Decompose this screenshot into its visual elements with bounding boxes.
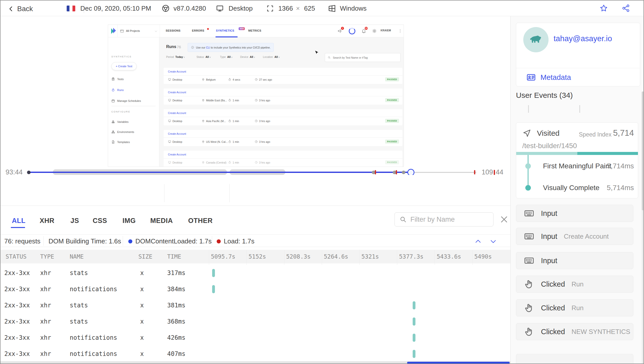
test-search-field[interactable] <box>333 56 396 59</box>
event-item-clicked[interactable]: Clicked NEW SYNTHETICS <box>516 323 633 340</box>
share-icon[interactable] <box>622 4 630 13</box>
test-search-input[interactable] <box>325 53 401 62</box>
event-item-clicked[interactable]: Clicked Run <box>516 276 633 293</box>
user-email-link[interactable]: tahay@asayer.io <box>554 34 612 43</box>
network-request-row[interactable]: 2xx-3xxxhrnotificationsx407ms <box>1 346 510 362</box>
network-request-row[interactable]: 2xx-3xxxhrnotificationsx426ms <box>1 330 510 346</box>
network-filter-input[interactable] <box>394 212 493 226</box>
app-user-name[interactable]: KRAIEM <box>381 29 391 32</box>
sidebar-scrollbar-thumb[interactable] <box>642 92 644 210</box>
create-test-button[interactable]: + Create Test <box>111 62 137 70</box>
sidebar-item-templates[interactable]: Templates <box>111 140 130 144</box>
horizontal-scrollbar-thumb[interactable] <box>407 362 510 364</box>
timeline-error-marker <box>474 170 475 174</box>
sidebar-item-manage-schedules[interactable]: Manage Schedules <box>111 99 141 103</box>
run-card[interactable]: Create Account Desktop Canada (Central) … <box>164 151 402 167</box>
jump-up-icon[interactable] <box>474 238 482 245</box>
request-waterfall-bar <box>212 269 215 277</box>
tab-sessions[interactable]: SESSIONS <box>166 29 181 32</box>
network-request-row[interactable]: 2xx-3xxxhrnotificationsx384ms <box>1 281 510 297</box>
run-name-link[interactable]: Create Account <box>168 70 186 73</box>
stopwatch-icon <box>111 88 115 92</box>
monitor-icon <box>168 140 171 143</box>
search-icon <box>328 56 331 59</box>
timeline-end-marker <box>494 170 495 175</box>
network-request-row[interactable]: 2xx-3xxxhrstatsx317ms <box>1 265 510 281</box>
sidebar-item-tests[interactable]: Tests <box>111 77 124 81</box>
request-waterfall-bar <box>413 317 415 326</box>
cli-link[interactable]: CLI <box>206 46 210 49</box>
stopwatch-icon <box>228 119 231 123</box>
cubes-icon <box>111 120 115 124</box>
net-tab-other[interactable]: OTHER <box>188 217 213 225</box>
visually-complete-dot <box>525 185 531 191</box>
app-top-nav: All Projects SESSIONS ERRORS SYNTHETICS … <box>108 25 404 37</box>
stopwatch-icon <box>228 140 231 143</box>
pin-icon <box>202 78 205 81</box>
project-selector[interactable]: All Projects <box>117 25 160 37</box>
col-t6: 5433.6s <box>437 253 461 260</box>
net-tab-media[interactable]: MEDIA <box>150 217 173 225</box>
network-filter-field[interactable] <box>410 216 486 223</box>
filter-status[interactable]: StatusAll∨ <box>196 55 211 58</box>
announcements-badge: 1 <box>341 27 344 30</box>
run-name-link[interactable]: Create Account <box>168 111 186 115</box>
run-name-link[interactable]: Create Account <box>168 91 186 94</box>
divider <box>516 68 640 68</box>
filter-type[interactable]: TypeAll∨ <box>220 55 233 58</box>
request-waterfall-bar <box>413 334 415 342</box>
sidebar-item-environments[interactable]: Environments <box>111 130 134 134</box>
clipboard-icon <box>111 77 115 81</box>
stopwatch-icon <box>228 99 231 102</box>
event-connector <box>579 105 580 113</box>
kebab-menu-icon[interactable] <box>398 29 402 33</box>
event-item-input[interactable]: Input Create Account <box>516 228 633 245</box>
hierarchy-icon <box>111 130 115 134</box>
favorite-star-icon[interactable] <box>599 4 608 13</box>
run-card[interactable]: Create Account Desktop US West (N. Cal..… <box>164 130 402 146</box>
jump-down-icon[interactable] <box>489 238 497 245</box>
filter-period[interactable]: PeriodToday∨ <box>166 55 185 58</box>
metadata-button[interactable]: Metadata <box>526 73 571 82</box>
visited-event-card[interactable]: Visited Speed Index 5,714 /test-builder/… <box>516 122 638 198</box>
network-request-row[interactable]: 2xx-3xxxhrstatsx368ms <box>1 313 510 330</box>
event-item-partial[interactable] <box>516 354 633 364</box>
sidebar-item-variables[interactable]: Variables <box>111 120 129 124</box>
sidebar-section-synthetics: SYNTHETICS <box>111 55 132 58</box>
net-tab-css[interactable]: CSS <box>93 217 107 225</box>
event-item-clicked[interactable]: Clicked Run <box>516 299 633 316</box>
clock-icon <box>255 119 258 123</box>
tab-synthetics[interactable]: SYNTHETICS <box>216 29 234 32</box>
run-card[interactable]: Create Account Desktop Asia Pacific (M..… <box>164 109 402 125</box>
close-panel-icon[interactable] <box>500 215 509 224</box>
gear-icon[interactable] <box>372 29 377 33</box>
dcl-dot <box>128 239 132 243</box>
runs-count: 76 <box>177 45 181 49</box>
event-connector <box>528 105 529 113</box>
sidebar-item-runs[interactable]: Runs <box>111 88 124 92</box>
event-item-input[interactable]: Input <box>516 205 633 222</box>
network-table-header: STATUS TYPE NAME SIZE TIME 5095.7s 5152s… <box>1 250 510 263</box>
net-tab-js[interactable]: JS <box>70 217 79 225</box>
tab-metrics[interactable]: METRICS <box>248 29 261 32</box>
event-item-input[interactable]: Input <box>516 252 633 269</box>
filter-location[interactable]: LocationAll∨ <box>263 55 280 58</box>
net-tab-xhr[interactable]: XHR <box>40 217 55 225</box>
run-card[interactable]: Create Account Desktop Middle East (Ba..… <box>164 88 402 105</box>
net-tab-img[interactable]: IMG <box>122 217 136 225</box>
net-tab-all[interactable]: ALL <box>12 217 26 225</box>
fmp-dot <box>525 163 531 169</box>
run-name-link[interactable]: Create Account <box>168 132 186 135</box>
back-button[interactable]: Back <box>8 5 33 13</box>
run-card[interactable]: Create Account Desktop Belgium 4 secs 27… <box>164 68 402 84</box>
col-t3: 5264.6s <box>324 253 348 260</box>
session-date: Dec 09, 2020, 05:10 PM <box>80 5 151 12</box>
create-test-label: + Create Test <box>116 65 132 68</box>
replay-viewport: All Projects SESSIONS ERRORS SYNTHETICS … <box>108 25 404 167</box>
tab-errors[interactable]: ERRORS <box>192 29 204 32</box>
network-request-row[interactable]: 2xx-3xxxhrstatsx381ms <box>1 297 510 313</box>
new-badge: NEW <box>239 27 245 30</box>
filter-device[interactable]: DeviceAll∨ <box>240 55 255 58</box>
status-badge: PASSED <box>385 160 399 164</box>
run-name-link[interactable]: Create Account <box>168 153 186 156</box>
